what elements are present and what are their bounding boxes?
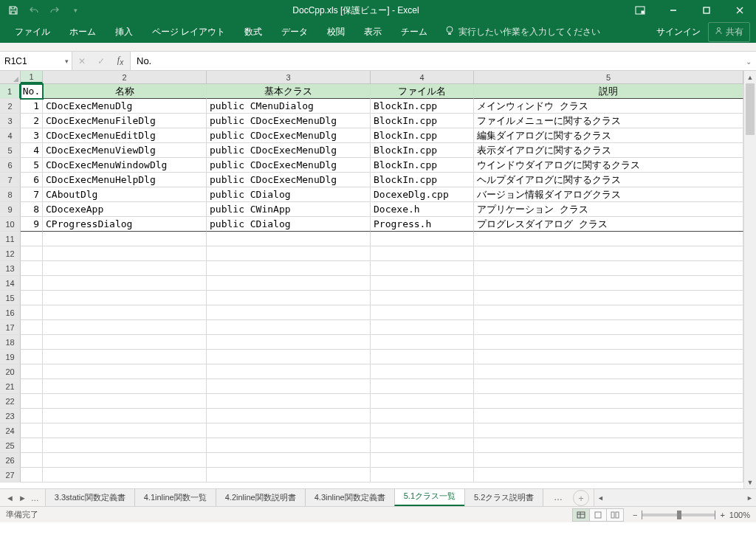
cell[interactable]: public CDocExecMenuDlg [207,143,371,158]
tab-team[interactable]: チーム [392,21,436,43]
cell[interactable] [21,468,43,483]
cell[interactable] [371,453,474,468]
cell[interactable] [43,394,207,409]
select-all-button[interactable] [0,71,21,83]
vertical-scrollbar[interactable]: ▲ ▼ [743,71,756,488]
cell[interactable] [371,246,474,261]
cell[interactable] [43,320,207,335]
minimize-icon[interactable] [656,0,690,21]
cell[interactable]: No. [21,84,43,99]
cell[interactable] [43,379,207,394]
formula-input[interactable]: No. ⌄ [131,52,756,70]
col-header[interactable]: 1 [21,71,43,83]
cell[interactable]: Progress.h [371,217,474,232]
scroll-track[interactable] [744,83,756,476]
zoom-slider[interactable] [642,513,715,516]
row-header[interactable]: 6 [0,158,21,173]
scroll-down-icon[interactable]: ▼ [744,476,756,488]
sheet-tab[interactable]: 4.3inline関数定義書 [305,489,395,506]
cell[interactable]: CDocExecMenuEditDlg [43,128,207,143]
cell[interactable] [371,320,474,335]
cell[interactable] [474,305,743,320]
cell[interactable] [43,423,207,438]
cell[interactable] [207,468,371,483]
cell[interactable] [207,379,371,394]
row-header[interactable]: 19 [0,350,21,364]
cell[interactable] [21,350,43,364]
cell[interactable] [21,364,43,379]
cancel-icon[interactable]: ✕ [72,56,92,66]
cell[interactable] [21,232,43,246]
sign-in-link[interactable]: サインイン [656,26,701,38]
col-header[interactable]: 5 [474,71,743,83]
tab-pagelayout[interactable]: ページ レイアウト [143,21,234,43]
sheet-tab[interactable]: 5.2クラス説明書 [464,489,543,506]
cell[interactable] [371,276,474,291]
cell[interactable] [21,453,43,468]
chevron-down-icon[interactable]: ▾ [65,58,69,65]
cell[interactable] [474,261,743,276]
cell[interactable] [21,246,43,261]
cell[interactable] [21,335,43,350]
cell[interactable] [207,364,371,379]
cell[interactable]: ヘルプダイアログに関するクラス [474,173,743,187]
row-header[interactable]: 11 [0,232,21,246]
cell[interactable] [371,335,474,350]
row-header[interactable]: 21 [0,379,21,394]
redo-icon[interactable] [46,1,63,19]
row-header[interactable]: 10 [0,217,21,232]
tab-file[interactable]: ファイル [6,21,59,43]
scroll-left-icon[interactable]: ◄ [594,489,607,506]
share-button[interactable]: 共有 [708,22,750,42]
scroll-right-icon[interactable]: ► [743,489,756,506]
cell[interactable] [474,379,743,394]
cell[interactable] [43,468,207,483]
sheet-nav-more-icon[interactable]: … [30,494,41,502]
cell[interactable]: public CDialog [207,217,371,232]
row-header[interactable]: 17 [0,320,21,335]
cell[interactable] [43,409,207,423]
cell[interactable] [474,438,743,453]
cell[interactable] [43,350,207,364]
cell[interactable] [474,394,743,409]
tab-data[interactable]: データ [272,21,317,43]
row-header[interactable]: 3 [0,114,21,128]
cell[interactable] [371,438,474,453]
cell[interactable]: 9 [21,217,43,232]
hscroll-track[interactable] [607,494,743,502]
cell[interactable]: ウインドウダイアログに関するクラス [474,158,743,173]
cell[interactable] [207,335,371,350]
row-header[interactable]: 27 [0,468,21,483]
page-break-view-icon[interactable] [606,508,624,522]
row-header[interactable]: 7 [0,173,21,187]
cell[interactable]: 8 [21,202,43,217]
cell[interactable] [474,350,743,364]
cell[interactable] [43,276,207,291]
sheet-nav-next-icon[interactable]: ► [17,494,28,502]
cell[interactable]: CDocExecMenuViewDlg [43,143,207,158]
cell[interactable] [43,453,207,468]
sheet-tab[interactable]: 4.1inline関数一覧 [134,489,216,506]
cell[interactable]: CAboutDlg [43,187,207,202]
cell[interactable] [474,364,743,379]
cell[interactable]: 名称 [43,84,207,99]
cell[interactable] [21,320,43,335]
sheet-more-icon[interactable]: … [548,489,568,506]
close-icon[interactable] [723,0,756,21]
fx-icon[interactable]: fx [111,55,130,66]
cell[interactable] [371,350,474,364]
cell[interactable] [474,453,743,468]
scroll-up-icon[interactable]: ▲ [744,71,756,83]
cell[interactable] [21,276,43,291]
add-sheet-button[interactable]: + [573,490,589,506]
cell[interactable]: public CDocExecMenuDlg [207,128,371,143]
cell[interactable]: public CDocExecMenuDlg [207,158,371,173]
row-header[interactable]: 9 [0,202,21,217]
cell[interactable]: 説明 [474,84,743,99]
cell[interactable]: 2 [21,114,43,128]
ribbon-options-icon[interactable] [623,0,656,21]
row-header[interactable]: 1 [0,84,21,99]
horizontal-scrollbar[interactable]: ◄ ► [594,489,756,506]
row-header[interactable]: 26 [0,453,21,468]
cell[interactable] [43,261,207,276]
